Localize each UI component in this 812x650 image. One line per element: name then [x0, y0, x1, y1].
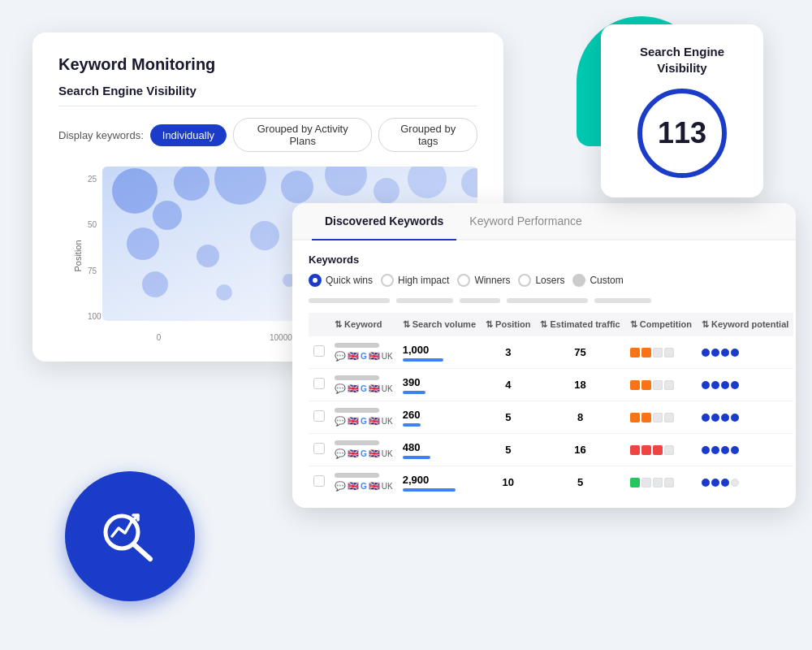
th-search-volume[interactable]: ⇅ Search volume [398, 313, 481, 336]
kp-dots [702, 381, 788, 389]
filter-losers-label: Losers [535, 275, 564, 286]
position-value: 5 [505, 444, 511, 456]
tab-discovered-keywords[interactable]: Discovered Keywords [312, 203, 456, 240]
table-header-row: ⇅ Keyword ⇅ Search volume ⇅ Position ⇅ E… [309, 313, 793, 336]
td-traffic: 16 [535, 434, 624, 466]
row-checkbox[interactable] [313, 443, 325, 454]
vol-number: 480 [403, 441, 476, 453]
row-checkbox[interactable] [313, 378, 325, 389]
th-competition[interactable]: ⇅ Competition [625, 313, 697, 336]
filter-losers[interactable]: Losers [518, 274, 564, 287]
filter-bar-5 [594, 298, 651, 303]
td-position: 4 [481, 369, 535, 401]
td-competition [625, 466, 697, 499]
kp-dot [711, 446, 719, 454]
vol-number: 2,900 [403, 474, 476, 486]
flag-uk: 🇬🇧 [348, 448, 359, 459]
uk-label: UK [382, 417, 393, 426]
filter-winners[interactable]: Winners [457, 274, 510, 287]
device-icon: 💬 [335, 448, 346, 459]
km-filter-label: Display keywords: [58, 129, 144, 141]
svg-point-3 [153, 201, 182, 230]
th-position[interactable]: ⇅ Position [481, 313, 535, 336]
logo-svg [97, 504, 162, 569]
th-check [309, 313, 330, 336]
flag-uk2: 🇬🇧 [369, 351, 380, 362]
kp-dot [721, 414, 729, 422]
th-kw-potential[interactable]: ⇅ Keyword potential [697, 313, 793, 336]
tab-keyword-performance[interactable]: Keyword Performance [456, 203, 595, 240]
td-traffic: 8 [535, 401, 624, 434]
kw-filter-options: Quick wins High impact Winners Losers Cu… [309, 274, 780, 287]
kp-dot [731, 446, 739, 454]
row-checkbox[interactable] [313, 410, 325, 422]
kp-dot [702, 349, 710, 357]
flag-icons: 💬 🇬🇧 G 🇬🇧 UK [335, 351, 393, 362]
google-icon: G [361, 384, 367, 393]
th-traffic[interactable]: ⇅ Estimated traffic [535, 313, 624, 336]
flag-uk2: 🇬🇧 [369, 384, 380, 394]
filter-high-impact[interactable]: High impact [381, 274, 449, 287]
competition-square [630, 413, 640, 422]
km-divider [58, 106, 477, 106]
kp-dot [711, 479, 719, 487]
vol-number: 260 [403, 409, 476, 421]
competition-square [664, 348, 674, 358]
row-checkbox[interactable] [313, 475, 325, 487]
radio-losers [518, 274, 531, 287]
competition-square [653, 348, 663, 358]
kp-dots [702, 414, 788, 422]
traffic-value: 8 [577, 411, 583, 423]
kp-dot [731, 381, 739, 389]
svg-point-1 [112, 168, 158, 214]
competition-square [664, 478, 674, 488]
kp-dot [721, 446, 729, 454]
competition-square [641, 380, 651, 390]
y-tick-25: 25 [88, 175, 102, 184]
kp-dot [711, 349, 719, 357]
vol-bar [403, 391, 425, 394]
position-value: 4 [505, 379, 511, 391]
td-keyword: 💬 🇬🇧 G 🇬🇧 UK [330, 401, 398, 434]
competition-square [664, 445, 674, 455]
uk-label: UK [382, 449, 393, 458]
td-position: 5 [481, 401, 535, 434]
device-icon: 💬 [335, 384, 346, 394]
competition-square [641, 478, 651, 488]
competition-squares [630, 413, 692, 422]
km-btn-individually[interactable]: Individually [150, 124, 227, 146]
keywords-card: Discovered Keywords Keyword Performance … [292, 203, 796, 508]
km-btn-tags[interactable]: Grouped by tags [378, 118, 477, 152]
y-ticks: 25 50 75 100 [88, 175, 102, 321]
filter-custom[interactable]: Custom [572, 274, 623, 287]
flag-uk: 🇬🇧 [348, 416, 359, 427]
table-row: 💬 🇬🇧 G 🇬🇧 UK 1,000 375 [309, 336, 793, 369]
competition-square [664, 413, 674, 422]
table-row: 💬 🇬🇧 G 🇬🇧 UK 480 516 [309, 434, 793, 466]
table-row: 💬 🇬🇧 G 🇬🇧 UK 390 418 [309, 369, 793, 401]
filter-bar-4 [507, 298, 588, 303]
td-search-vol: 2,900 [398, 466, 481, 499]
td-position: 3 [481, 336, 535, 369]
sev-circle: 113 [637, 89, 727, 178]
google-icon: G [361, 417, 367, 426]
kp-dots [702, 446, 788, 454]
row-checkbox[interactable] [313, 345, 325, 357]
kw-bar [335, 440, 379, 445]
competition-square [630, 380, 640, 390]
competition-square [641, 413, 651, 422]
traffic-value: 18 [574, 379, 585, 391]
radio-custom [572, 274, 585, 287]
filter-bar-1 [309, 298, 390, 303]
google-icon: G [361, 449, 367, 458]
scene: Search Engine Visibility 113 Keyword Mon… [0, 0, 812, 650]
vol-bar [403, 358, 443, 362]
km-subtitle: Search Engine Visibility [58, 84, 477, 98]
km-btn-activity[interactable]: Grouped by Activity Plans [233, 118, 372, 152]
th-keyword[interactable]: ⇅ Keyword [330, 313, 398, 336]
filter-quick-wins[interactable]: Quick wins [309, 274, 373, 287]
filter-quick-wins-label: Quick wins [326, 275, 373, 286]
filter-bar-2 [396, 298, 453, 303]
traffic-value: 5 [577, 476, 583, 488]
x-tick-0: 0 [157, 333, 162, 342]
